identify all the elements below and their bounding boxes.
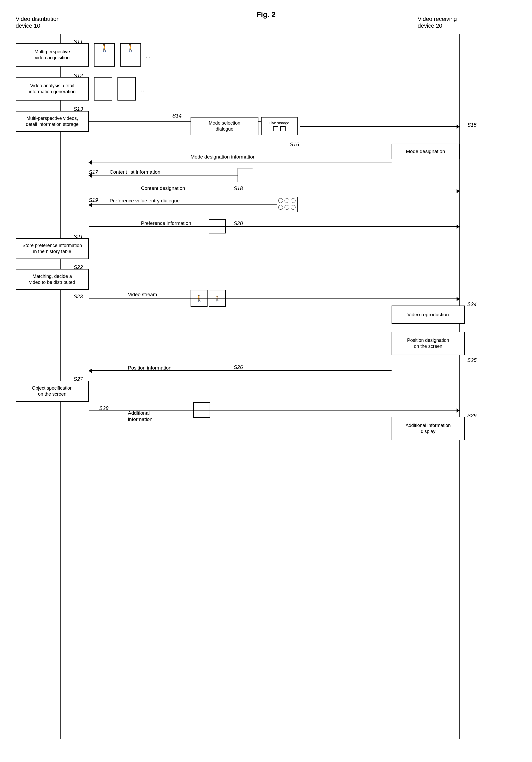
box-matching: Matching, decide a video to be distribut… xyxy=(16,269,89,290)
pref-grid-icon xyxy=(277,196,298,212)
box-video-repro: Video reproduction xyxy=(392,306,465,324)
label-pref-entry: Preference value entry dialogue xyxy=(110,198,179,204)
step-s15: S15 xyxy=(467,122,477,128)
label-position-info: Position information xyxy=(128,365,171,371)
arrow-pref-entry xyxy=(89,204,277,205)
step-s23: S23 xyxy=(74,293,83,300)
ellipsis-1: ... xyxy=(146,52,150,59)
arrow-video-stream xyxy=(89,298,459,299)
person-icon-1: 🚶 xyxy=(94,43,115,67)
step-s19: S19 xyxy=(89,197,98,203)
arrow-content-list xyxy=(89,175,237,176)
step-s16: S16 xyxy=(290,141,299,148)
box-additional-display: Additional information display xyxy=(392,417,465,440)
right-column-header: Video receiving device 20 xyxy=(418,16,457,29)
arrow-content-desig xyxy=(89,190,459,191)
box-storage: Multi-perspective videos, detail informa… xyxy=(16,111,89,132)
arrow-pref-info xyxy=(89,226,459,227)
label-mode-desig-info: Mode designation information xyxy=(191,154,256,160)
arrow-mode-desig-info xyxy=(89,162,392,162)
label-content-desig: Content designation xyxy=(141,186,185,191)
label-pref-info: Preference information xyxy=(141,220,191,226)
step-s20: S20 xyxy=(233,220,243,226)
box-mode-designation: Mode designation xyxy=(392,144,459,159)
ellipsis-2: ... xyxy=(141,86,146,93)
doc-icon-1 xyxy=(94,77,112,101)
label-additional-info: Additional information xyxy=(128,404,153,423)
left-column-header: Video distribution device 10 xyxy=(16,16,59,29)
label-video-stream: Video stream xyxy=(128,292,157,297)
box-object-spec: Object specification on the screen xyxy=(16,381,89,402)
step-s29: S29 xyxy=(467,413,477,419)
box-store-pref: Store preference information in the hist… xyxy=(16,238,89,259)
right-vline xyxy=(459,34,460,739)
person-icon-2: 🚶 xyxy=(120,43,141,67)
label-content-list: Content list information xyxy=(110,169,160,175)
box-mode-selection: Mode selection dialogue xyxy=(191,117,258,135)
box-video-analysis: Video analysis, detail information gener… xyxy=(16,77,89,101)
arrow-additional-info xyxy=(89,410,459,411)
live-storage-box: Live storage xyxy=(261,117,298,135)
doc-icon-2 xyxy=(117,77,136,101)
figure-title: Fig. 2 xyxy=(256,10,275,19)
box-multi-perspective: Multi-perspective video acquisition xyxy=(16,43,89,67)
step-s25: S25 xyxy=(467,357,477,363)
step-s14: S14 xyxy=(172,113,182,119)
step-s24: S24 xyxy=(467,301,477,307)
diagram: Fig. 2 Video distribution device 10 Vide… xyxy=(0,0,532,762)
box-position-designation: Position designation on the screen xyxy=(392,332,465,355)
arrow-position-info xyxy=(89,370,392,371)
step-s26: S26 xyxy=(233,364,243,370)
arrow-s15-right xyxy=(300,126,459,127)
content-list-icon xyxy=(237,168,253,182)
